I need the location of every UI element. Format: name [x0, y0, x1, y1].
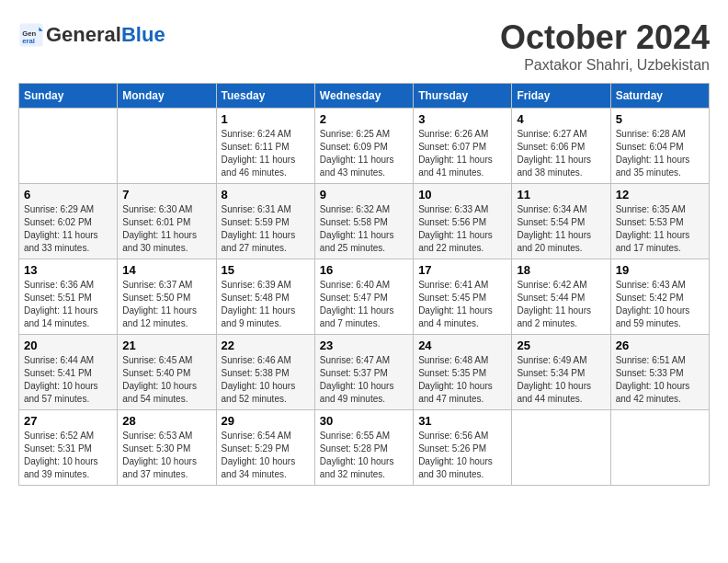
- day-header-sunday: Sunday: [19, 84, 118, 109]
- calendar-cell: 1Sunrise: 6:24 AM Sunset: 6:11 PM Daylig…: [216, 109, 314, 184]
- day-number: 16: [320, 263, 408, 277]
- calendar-cell: 14Sunrise: 6:37 AM Sunset: 5:50 PM Dayli…: [118, 259, 216, 335]
- calendar-cell: 10Sunrise: 6:33 AM Sunset: 5:56 PM Dayli…: [414, 184, 512, 259]
- day-number: 27: [24, 414, 112, 428]
- calendar-cell: 11Sunrise: 6:34 AM Sunset: 5:54 PM Dayli…: [512, 184, 610, 259]
- day-number: 1: [222, 112, 310, 126]
- calendar-cell: 3Sunrise: 6:26 AM Sunset: 6:07 PM Daylig…: [414, 109, 512, 184]
- day-number: 14: [122, 263, 210, 277]
- calendar-cell: 21Sunrise: 6:45 AM Sunset: 5:40 PM Dayli…: [118, 335, 216, 410]
- calendar-cell: 29Sunrise: 6:54 AM Sunset: 5:29 PM Dayli…: [216, 410, 314, 486]
- day-info: Sunrise: 6:45 AM Sunset: 5:40 PM Dayligh…: [122, 354, 210, 406]
- day-number: 15: [222, 263, 310, 277]
- calendar-cell: [118, 109, 216, 184]
- calendar-cell: 12Sunrise: 6:35 AM Sunset: 5:53 PM Dayli…: [610, 184, 709, 259]
- day-number: 5: [616, 112, 704, 126]
- calendar-header-row: SundayMondayTuesdayWednesdayThursdayFrid…: [19, 84, 710, 109]
- day-header-tuesday: Tuesday: [216, 84, 314, 109]
- calendar-cell: 9Sunrise: 6:32 AM Sunset: 5:58 PM Daylig…: [314, 184, 413, 259]
- day-number: 6: [24, 188, 112, 201]
- title-block: October 2024 Paxtakor Shahri, Uzbekistan: [500, 18, 710, 74]
- calendar-cell: 30Sunrise: 6:55 AM Sunset: 5:28 PM Dayli…: [314, 410, 413, 486]
- day-info: Sunrise: 6:53 AM Sunset: 5:30 PM Dayligh…: [122, 430, 210, 481]
- day-info: Sunrise: 6:29 AM Sunset: 6:02 PM Dayligh…: [24, 203, 112, 255]
- calendar-cell: [512, 410, 610, 486]
- calendar-cell: 7Sunrise: 6:30 AM Sunset: 6:01 PM Daylig…: [118, 184, 216, 259]
- logo-blue: Blue: [121, 24, 165, 46]
- logo: Gen eral General Blue: [18, 22, 165, 48]
- day-info: Sunrise: 6:25 AM Sunset: 6:09 PM Dayligh…: [320, 128, 408, 179]
- day-info: Sunrise: 6:56 AM Sunset: 5:26 PM Dayligh…: [418, 430, 506, 481]
- day-info: Sunrise: 6:30 AM Sunset: 6:01 PM Dayligh…: [122, 203, 210, 255]
- day-info: Sunrise: 6:47 AM Sunset: 5:37 PM Dayligh…: [320, 354, 408, 406]
- svg-text:eral: eral: [22, 37, 35, 45]
- day-number: 3: [418, 112, 506, 126]
- day-number: 31: [418, 414, 506, 428]
- day-number: 17: [418, 263, 506, 277]
- day-info: Sunrise: 6:37 AM Sunset: 5:50 PM Dayligh…: [122, 279, 210, 330]
- page-header: Gen eral General Blue October 2024 Paxta…: [18, 18, 710, 74]
- day-header-monday: Monday: [118, 84, 216, 109]
- day-info: Sunrise: 6:41 AM Sunset: 5:45 PM Dayligh…: [418, 279, 506, 330]
- calendar-cell: 8Sunrise: 6:31 AM Sunset: 5:59 PM Daylig…: [216, 184, 314, 259]
- day-info: Sunrise: 6:42 AM Sunset: 5:44 PM Dayligh…: [517, 279, 605, 330]
- day-info: Sunrise: 6:44 AM Sunset: 5:41 PM Dayligh…: [24, 354, 112, 406]
- calendar-cell: 24Sunrise: 6:48 AM Sunset: 5:35 PM Dayli…: [414, 335, 512, 410]
- day-number: 21: [122, 339, 210, 352]
- calendar-cell: 23Sunrise: 6:47 AM Sunset: 5:37 PM Dayli…: [314, 335, 413, 410]
- day-header-friday: Friday: [512, 84, 610, 109]
- logo-general: General: [46, 24, 121, 46]
- calendar-cell: 20Sunrise: 6:44 AM Sunset: 5:41 PM Dayli…: [19, 335, 118, 410]
- location-title: Paxtakor Shahri, Uzbekistan: [500, 57, 710, 74]
- calendar-week-row: 6Sunrise: 6:29 AM Sunset: 6:02 PM Daylig…: [19, 184, 710, 259]
- calendar-week-row: 1Sunrise: 6:24 AM Sunset: 6:11 PM Daylig…: [19, 109, 710, 184]
- day-info: Sunrise: 6:52 AM Sunset: 5:31 PM Dayligh…: [24, 430, 112, 481]
- day-info: Sunrise: 6:35 AM Sunset: 5:53 PM Dayligh…: [616, 203, 704, 255]
- calendar-cell: 22Sunrise: 6:46 AM Sunset: 5:38 PM Dayli…: [216, 335, 314, 410]
- day-info: Sunrise: 6:24 AM Sunset: 6:11 PM Dayligh…: [222, 128, 310, 179]
- day-number: 19: [616, 263, 704, 277]
- day-number: 30: [320, 414, 408, 428]
- calendar-table: SundayMondayTuesdayWednesdayThursdayFrid…: [18, 83, 710, 486]
- day-number: 20: [24, 339, 112, 352]
- calendar-cell: 28Sunrise: 6:53 AM Sunset: 5:30 PM Dayli…: [118, 410, 216, 486]
- day-number: 29: [222, 414, 310, 428]
- calendar-cell: 16Sunrise: 6:40 AM Sunset: 5:47 PM Dayli…: [314, 259, 413, 335]
- day-info: Sunrise: 6:43 AM Sunset: 5:42 PM Dayligh…: [616, 279, 704, 330]
- calendar-cell: 19Sunrise: 6:43 AM Sunset: 5:42 PM Dayli…: [610, 259, 709, 335]
- day-number: 28: [122, 414, 210, 428]
- day-number: 18: [517, 263, 605, 277]
- calendar-cell: 17Sunrise: 6:41 AM Sunset: 5:45 PM Dayli…: [414, 259, 512, 335]
- calendar-week-row: 20Sunrise: 6:44 AM Sunset: 5:41 PM Dayli…: [19, 335, 710, 410]
- day-info: Sunrise: 6:48 AM Sunset: 5:35 PM Dayligh…: [418, 354, 506, 406]
- calendar-cell: 26Sunrise: 6:51 AM Sunset: 5:33 PM Dayli…: [610, 335, 709, 410]
- day-info: Sunrise: 6:33 AM Sunset: 5:56 PM Dayligh…: [418, 203, 506, 255]
- day-info: Sunrise: 6:55 AM Sunset: 5:28 PM Dayligh…: [320, 430, 408, 481]
- day-info: Sunrise: 6:40 AM Sunset: 5:47 PM Dayligh…: [320, 279, 408, 330]
- calendar-cell: 5Sunrise: 6:28 AM Sunset: 6:04 PM Daylig…: [610, 109, 709, 184]
- calendar-cell: 4Sunrise: 6:27 AM Sunset: 6:06 PM Daylig…: [512, 109, 610, 184]
- day-number: 22: [222, 339, 310, 352]
- day-info: Sunrise: 6:49 AM Sunset: 5:34 PM Dayligh…: [517, 354, 605, 406]
- calendar-week-row: 27Sunrise: 6:52 AM Sunset: 5:31 PM Dayli…: [19, 410, 710, 486]
- day-info: Sunrise: 6:34 AM Sunset: 5:54 PM Dayligh…: [517, 203, 605, 255]
- day-info: Sunrise: 6:54 AM Sunset: 5:29 PM Dayligh…: [222, 430, 310, 481]
- day-info: Sunrise: 6:51 AM Sunset: 5:33 PM Dayligh…: [616, 354, 704, 406]
- day-number: 10: [418, 188, 506, 201]
- day-info: Sunrise: 6:28 AM Sunset: 6:04 PM Dayligh…: [616, 128, 704, 179]
- day-info: Sunrise: 6:46 AM Sunset: 5:38 PM Dayligh…: [222, 354, 310, 406]
- day-number: 13: [24, 263, 112, 277]
- day-info: Sunrise: 6:27 AM Sunset: 6:06 PM Dayligh…: [517, 128, 605, 179]
- day-number: 12: [616, 188, 704, 201]
- calendar-cell: 13Sunrise: 6:36 AM Sunset: 5:51 PM Dayli…: [19, 259, 118, 335]
- day-number: 4: [517, 112, 605, 126]
- calendar-cell: 2Sunrise: 6:25 AM Sunset: 6:09 PM Daylig…: [314, 109, 413, 184]
- day-header-saturday: Saturday: [610, 84, 709, 109]
- calendar-cell: 25Sunrise: 6:49 AM Sunset: 5:34 PM Dayli…: [512, 335, 610, 410]
- day-info: Sunrise: 6:39 AM Sunset: 5:48 PM Dayligh…: [222, 279, 310, 330]
- day-info: Sunrise: 6:36 AM Sunset: 5:51 PM Dayligh…: [24, 279, 112, 330]
- day-number: 23: [320, 339, 408, 352]
- calendar-cell: [610, 410, 709, 486]
- day-header-wednesday: Wednesday: [314, 84, 413, 109]
- calendar-cell: 18Sunrise: 6:42 AM Sunset: 5:44 PM Dayli…: [512, 259, 610, 335]
